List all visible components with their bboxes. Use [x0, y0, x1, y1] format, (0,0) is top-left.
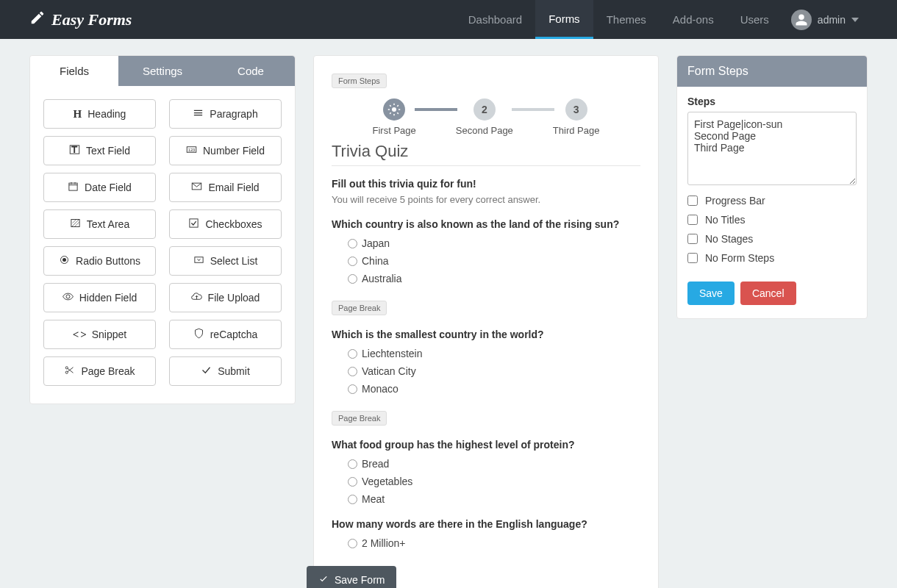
tab-settings[interactable]: Settings [118, 56, 207, 86]
checkbox-label: Progress Bar [705, 195, 765, 207]
inspector-check-progress-bar[interactable]: Progress Bar [687, 195, 857, 207]
radio-input[interactable] [348, 274, 357, 284]
step-2-circle: 2 [473, 98, 496, 121]
page-break-badge[interactable]: Page Break [332, 411, 387, 426]
tab-fields[interactable]: Fields [30, 56, 118, 86]
field-btn-email-field[interactable]: Email Field [169, 173, 282, 202]
step-line-2 [512, 108, 554, 111]
radio-input[interactable] [348, 239, 357, 248]
inspector-save-button[interactable]: Save [687, 282, 735, 305]
checkbox-input[interactable] [687, 234, 698, 244]
form-title[interactable]: Trivia Quiz [332, 142, 640, 166]
field-btn-label: Text Area [87, 218, 129, 230]
step-2[interactable]: 2 Second Page [456, 98, 513, 136]
question-options: 2 Million+ [348, 537, 640, 549]
radio-option[interactable]: Vatican City [348, 365, 640, 377]
radio-input[interactable] [348, 477, 357, 487]
svg-line-26 [397, 105, 399, 107]
field-btn-checkboxes[interactable]: Checkboxes [169, 209, 282, 239]
step-1-label: First Page [373, 125, 416, 136]
radio-option[interactable]: Monaco [348, 383, 640, 395]
field-btn-number-field[interactable]: 123Number Field [169, 136, 282, 165]
radio-input[interactable] [348, 349, 357, 359]
inspector-check-no-form-steps[interactable]: No Form Steps [687, 252, 857, 264]
question-text[interactable]: Which country is also known as the land … [332, 218, 640, 230]
inspector-cancel-button[interactable]: Cancel [740, 282, 796, 305]
radio-option[interactable]: Liechtenstein [348, 348, 640, 359]
question-options: JapanChinaAustralia [348, 237, 640, 284]
radio-option[interactable]: Vegetables [348, 476, 640, 487]
page-break-badge[interactable]: Page Break [332, 301, 387, 315]
user-menu[interactable]: admin [782, 0, 868, 39]
save-form-button[interactable]: Save Form [307, 566, 396, 588]
radio-label: 2 Million+ [362, 537, 406, 549]
radio-input[interactable] [348, 384, 357, 394]
radio-option[interactable]: 2 Million+ [348, 537, 640, 549]
field-btn-file-upload[interactable]: File Upload [169, 283, 282, 312]
question-text[interactable]: Which is the smallest country in the wor… [332, 329, 640, 340]
edit-icon [29, 10, 46, 30]
brand[interactable]: Easy Forms [29, 10, 132, 30]
field-btn-snippet[interactable]: < >Snippet [43, 320, 156, 349]
checkbox-input[interactable] [687, 253, 698, 263]
field-btn-text-area[interactable]: Text Area [43, 209, 156, 239]
radio-option[interactable]: China [348, 255, 640, 267]
radio-option[interactable]: Australia [348, 273, 640, 284]
field-btn-paragraph[interactable]: Paragraph [169, 99, 282, 129]
nav-addons[interactable]: Add-ons [660, 0, 727, 39]
inspector-check-no-stages[interactable]: No Stages [687, 233, 857, 245]
radio-label: Liechtenstein [362, 348, 423, 359]
radio-input[interactable] [348, 367, 357, 376]
checkbox-label: No Titles [705, 214, 745, 226]
form-steps-badge[interactable]: Form Steps [332, 74, 387, 88]
radio-label: China [362, 255, 389, 267]
nav-dashboard[interactable]: Dashboard [455, 0, 535, 39]
radio-option[interactable]: Bread [348, 458, 640, 470]
field-btn-date-field[interactable]: Date Field [43, 173, 156, 202]
stepper: First Page 2 Second Page 3 Third Page [332, 98, 640, 136]
field-btn-select-list[interactable]: Select List [169, 246, 282, 276]
user-name: admin [818, 14, 846, 26]
inspector-check-no-titles[interactable]: No Titles [687, 214, 857, 226]
radio-input[interactable] [348, 257, 357, 266]
radio-label: Australia [362, 273, 401, 284]
field-btn-label: Submit [218, 365, 250, 377]
field-btn-page-break[interactable]: Page Break [43, 356, 156, 386]
check-icon [318, 573, 329, 586]
radio-input[interactable] [348, 539, 357, 548]
nav-themes[interactable]: Themes [593, 0, 660, 39]
steps-label: Steps [687, 96, 857, 107]
upload-icon [191, 291, 202, 304]
radio-input[interactable] [348, 459, 357, 469]
checkbox-input[interactable] [687, 196, 698, 206]
brand-text: Easy Forms [51, 10, 132, 29]
question-text[interactable]: How many words are there in the English … [332, 518, 640, 530]
radio-label: Meat [362, 493, 385, 505]
field-btn-heading[interactable]: HHeading [43, 99, 156, 129]
form-heading[interactable]: Fill out this trivia quiz for fun! [332, 178, 640, 190]
form-description[interactable]: You will receive 5 points for every corr… [332, 194, 640, 205]
field-btn-recaptcha[interactable]: reCaptcha [169, 320, 282, 349]
field-btn-radio-buttons[interactable]: Radio Buttons [43, 246, 156, 276]
nav-forms[interactable]: Forms [535, 0, 593, 39]
radio-input[interactable] [348, 495, 357, 504]
step-3[interactable]: 3 Third Page [553, 98, 600, 136]
avatar-icon [791, 10, 812, 30]
field-btn-text-field[interactable]: Text Field [43, 136, 156, 165]
radio-option[interactable]: Meat [348, 493, 640, 505]
svg-line-24 [397, 112, 399, 114]
field-btn-label: Heading [87, 108, 126, 120]
field-btn-submit[interactable]: Submit [169, 356, 282, 386]
svg-point-15 [66, 371, 68, 373]
steps-textarea[interactable] [687, 112, 857, 185]
question-text[interactable]: What food group has the highest level of… [332, 439, 640, 451]
step-1[interactable]: First Page [373, 98, 416, 136]
checkbox-input[interactable] [687, 215, 698, 225]
field-btn-hidden-field[interactable]: Hidden Field [43, 283, 156, 312]
tab-code[interactable]: Code [207, 56, 295, 86]
date-field-icon [68, 181, 79, 194]
nav-users[interactable]: Users [727, 0, 782, 39]
questions: Which country is also known as the land … [332, 218, 640, 549]
svg-rect-9 [190, 219, 198, 227]
radio-option[interactable]: Japan [348, 237, 640, 249]
